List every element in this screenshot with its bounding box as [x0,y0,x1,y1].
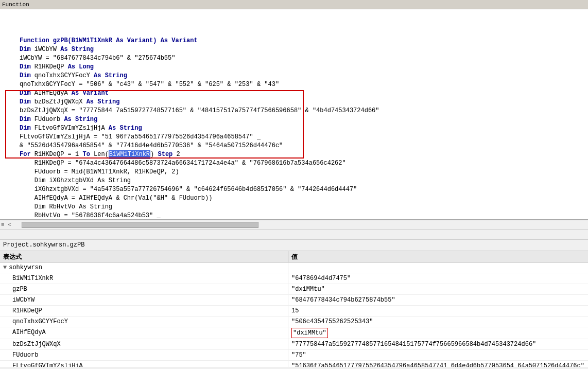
line-text: Dim qnoTxhxGCYYFocY As String [20,72,588,80]
watch-row[interactable]: bzDsZtJjQWXqX"777758447a5159277748577165… [0,339,588,350]
line-text: Function gzPB(B1WM1T1XnkR As Variant) As… [20,37,588,45]
horizontal-scrollbar[interactable] [22,222,258,228]
watch-expr-cell: R1HKDeQP [0,306,288,316]
code-line: iWCbYW = "68476778434c794b6" & "275674b5… [10,54,588,63]
watch-val-cell: "506c4354755262525343" [288,317,588,327]
code-line: Dim RbHvtVo As String [10,203,588,212]
line-text: Dim FUduorb As String [20,115,588,124]
line-text: FLtvoGfGVImYZsljHjA = "51 96f7a554651777… [20,133,588,142]
code-line: R1HKDeQP = "674a4c43647664486c5873724a66… [10,159,588,168]
code-line: Dim iWCbYW As String [10,45,588,54]
watch-row[interactable]: iWCbYW"68476778434c794b6275874b55" [0,295,588,306]
code-content: Function gzPB(B1WM1T1XnkR As Variant) As… [0,9,588,220]
line-text: Dim iWCbYW As String [20,45,588,54]
code-line: iXGhzxtgbVXd = "4a54735a557a77726754696"… [10,185,588,194]
code-line: Dim bzDsZtJjQWXqX As String [10,98,588,107]
watch-val-cell: "dxiMMtu" [288,327,588,339]
code-line: Dim R1HKDeQP As Long [10,63,588,72]
watch-val-cell: "51636f7a5546517779755264354796a46585477… [288,361,588,367]
line-text: R1HKDeQP = "674a4c43647664486c5873724a66… [20,159,588,168]
line-text: AIHfEQdyA = AIHfEQdyA & Chr(Val("&H" & F… [20,194,588,203]
watch-row[interactable]: gzPB"dxiMMtu" [0,284,588,295]
code-line: Dim FLtvoGfGVImYZsljHjA As String [10,124,588,133]
line-text: RbHvtVo = "5678636f4c6a4a524b53" _ [20,212,588,220]
watch-expr-header: 表达式 [0,251,288,262]
watch-expr-cell: iWCbYW [0,295,288,305]
status-bar [0,230,588,240]
code-line: qnoTxhxGCYYFocY = "506" & "c43" & "547" … [10,80,588,89]
highlighted-value: "dxiMMtu" [291,328,328,338]
watch-expr-cell: gzPB [0,284,288,294]
watch-val-cell: "777758447a515927774857716548415175774f7… [288,339,588,349]
line-text: Dim FLtvoGfGVImYZsljHjA As String [20,124,588,133]
watch-val-header: 值 [288,251,588,262]
watch-header: 表达式 值 [0,251,588,262]
line-text: iWCbYW = "68476778434c794b6" & "275674b5… [20,54,588,63]
code-line: Function gzPB(B1WM1T1XnkR As Variant) As… [10,37,588,45]
code-line: bzDsZtJjQWXqX = "77775844 7a515972774857… [10,107,588,115]
line-text: Dim AIHfEQdyA As Variant [20,89,588,98]
watch-val-cell: "6478694d4d7475" [288,273,588,284]
highlighted-var: B1WM1T1XnkR [109,150,150,159]
code-line: & "5526d4354796a465854" & "77416d4e4d6b5… [10,142,588,150]
code-line: Dim iXGhzxtgbVXd As String [10,177,588,185]
line-text: Dim iXGhzxtgbVXd As String [20,177,588,185]
project-text: Project.sohkywrsn.gzPB [3,241,84,249]
watch-expr-cell: AIHfEQdyA [0,327,288,339]
function-label: Function [2,2,29,8]
watch-val-cell: "68476778434c794b6275874b55" [288,295,588,305]
watch-val-cell [288,262,588,273]
horizontal-scrollbar-area: ≡ < [0,220,588,230]
code-line: For R1HKDeQP = 1 To Len(B1WM1T1XnkR) Ste… [10,150,588,159]
top-toolbar: Function [0,0,588,9]
code-line: Dim qnoTxhxGCYYFocY As String [10,72,588,80]
line-text: For R1HKDeQP = 1 To Len(B1WM1T1XnkR) Ste… [20,150,588,159]
code-line: RbHvtVo = "5678636f4c6a4a524b53" _ [10,212,588,220]
watch-val-cell: "dxiMMtu" [288,284,588,294]
project-bar: Project.sohkywrsn.gzPB [0,240,588,251]
watch-row[interactable]: B1WM1T1XnkR"6478694d4d7475" [0,273,588,284]
watch-expr-cell: FLtvoGfGVImYZsljHjA [0,361,288,367]
watch-expr-cell: qnoTxhxGCYYFocY [0,317,288,327]
watch-table[interactable]: ▼sohkywrsnB1WM1T1XnkR"6478694d4d7475"gzP… [0,262,588,367]
code-line: FUduorb = Mid(B1WM1T1XnkR, R1HKDeQP, 2) [10,168,588,177]
line-text: bzDsZtJjQWXqX = "77775844 7a515972774857… [20,107,588,115]
expand-icon[interactable]: ▼ [3,264,7,271]
watch-expr-cell: B1WM1T1XnkR [0,273,288,284]
code-line: FLtvoGfGVImYZsljHjA = "51 96f7a554651777… [10,133,588,142]
code-line: AIHfEQdyA = AIHfEQdyA & Chr(Val("&H" & F… [10,194,588,203]
line-text: iXGhzxtgbVXd = "4a54735a557a77726754696"… [20,185,588,194]
watch-row[interactable]: R1HKDeQP15 [0,306,588,317]
watch-row[interactable]: FLtvoGfGVImYZsljHjA"51636f7a554651777975… [0,361,588,367]
watch-row[interactable]: FUduorb"75" [0,350,588,361]
watch-row[interactable]: AIHfEQdyA"dxiMMtu" [0,327,588,339]
line-text: Dim R1HKDeQP As Long [20,63,588,72]
line-text: Dim RbHvtVo As String [20,203,588,212]
watch-val-cell: 15 [288,306,588,316]
line-text: FUduorb = Mid(B1WM1T1XnkR, R1HKDeQP, 2) [20,168,588,177]
code-editor[interactable]: Function gzPB(B1WM1T1XnkR As Variant) As… [0,9,588,220]
code-line: Dim AIHfEQdyA As Variant [10,89,588,98]
line-text: Dim bzDsZtJjQWXqX As String [20,98,588,107]
line-text: qnoTxhxGCYYFocY = "506" & "c43" & "547" … [20,80,588,89]
watch-row[interactable]: ▼sohkywrsn [0,262,588,273]
code-line: Dim FUduorb As String [10,115,588,124]
watch-expr-cell: bzDsZtJjQWXqX [0,339,288,349]
watch-val-cell: "75" [288,350,588,360]
watch-expr-cell: FUduorb [0,350,288,360]
line-text: & "5526d4354796a465854" & "77416d4e4d6b5… [20,142,588,150]
watch-row[interactable]: qnoTxhxGCYYFocY"506c4354755262525343" [0,317,588,327]
watch-expr-cell: ▼sohkywrsn [0,262,288,273]
